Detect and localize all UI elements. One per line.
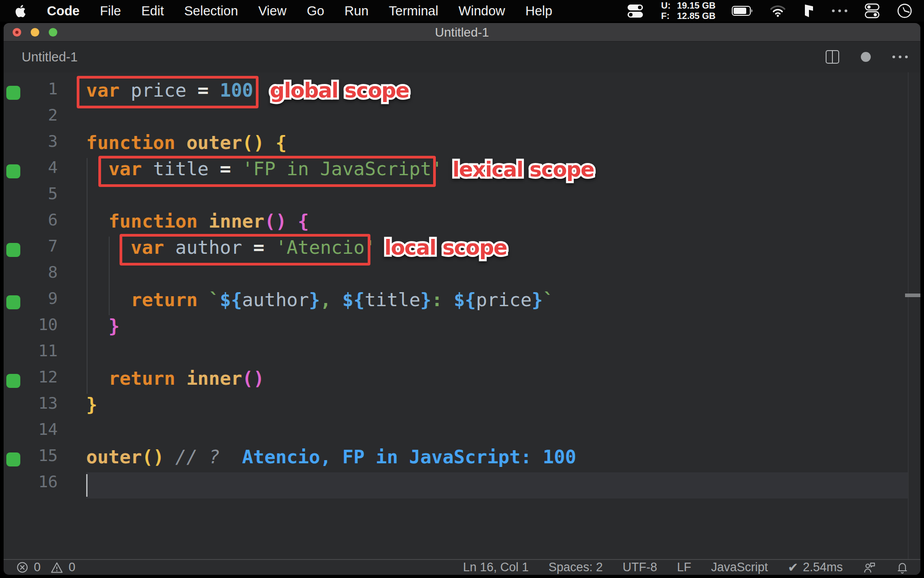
editor-actions xyxy=(826,42,908,72)
code-token: // ? xyxy=(175,446,220,468)
clock-icon[interactable] xyxy=(897,3,912,19)
code-line[interactable]: 9 return `${author}, ${title}: ${price}` xyxy=(4,289,920,315)
code-line[interactable]: 5 xyxy=(4,184,920,210)
menu-item-code[interactable]: Code xyxy=(47,4,80,19)
code-line[interactable]: 6 function inner() { xyxy=(4,210,920,237)
apple-logo-icon[interactable] xyxy=(14,5,27,17)
language-mode[interactable]: JavaScript xyxy=(711,560,768,574)
memory-free-label: F: xyxy=(661,11,670,21)
editor[interactable]: 1var price = 10023function outer() {4 va… xyxy=(4,72,920,559)
code-token xyxy=(86,210,108,232)
code-token: function xyxy=(108,210,197,232)
line-number: 6 xyxy=(4,210,58,237)
code-line[interactable]: 16 xyxy=(4,472,920,499)
menu-item-view[interactable]: View xyxy=(259,4,286,19)
code-line[interactable]: 13} xyxy=(4,394,920,420)
code-token xyxy=(264,132,276,154)
code-token: () xyxy=(242,368,264,389)
code-token: ${ xyxy=(454,289,476,311)
more-actions-icon[interactable] xyxy=(892,56,908,58)
problems-summary[interactable]: 0 0 xyxy=(4,560,75,574)
code-token: , xyxy=(320,289,331,311)
menu-item-go[interactable]: Go xyxy=(307,4,324,19)
line-number: 9 xyxy=(4,289,58,315)
memory-status[interactable]: U: 19.15 GB F: 12.85 GB xyxy=(661,0,716,21)
code-token: () xyxy=(242,132,264,154)
memory-used-value: 19.15 GB xyxy=(677,0,716,11)
code-line[interactable]: 10 } xyxy=(4,315,920,341)
annotation-box-local-scope xyxy=(120,234,370,266)
menu-item-help[interactable]: Help xyxy=(526,4,553,19)
code-token: () xyxy=(142,446,164,468)
line-number: 5 xyxy=(4,184,58,210)
code-token: ` xyxy=(209,289,220,311)
perf-value: 2.54ms xyxy=(803,560,843,574)
code-token: price xyxy=(476,289,531,311)
code-token: author xyxy=(242,289,309,311)
code-token xyxy=(198,210,209,232)
indentation-setting[interactable]: Spaces: 2 xyxy=(549,560,603,574)
menu-item-run[interactable]: Run xyxy=(345,4,369,19)
menu-item-selection[interactable]: Selection xyxy=(184,4,238,19)
code-token xyxy=(86,289,131,311)
code-token xyxy=(443,289,454,311)
code-text: return `${author}, ${title}: ${price}` xyxy=(86,289,554,315)
line-number: 15 xyxy=(4,446,58,472)
code-token: { xyxy=(298,210,309,232)
tab-label[interactable]: Untitled-1 xyxy=(22,42,78,72)
code-line[interactable]: 11 xyxy=(4,341,920,368)
line-number: 16 xyxy=(4,472,58,499)
split-editor-icon[interactable] xyxy=(826,50,839,64)
code-text: function outer() { xyxy=(86,132,286,158)
feedback-icon[interactable] xyxy=(863,561,876,574)
text-cursor xyxy=(86,474,88,497)
menu-item-edit[interactable]: Edit xyxy=(141,4,164,19)
code-token: } xyxy=(531,289,543,311)
code-line[interactable]: 15outer() // ? Atencio, FP in JavaScript… xyxy=(4,446,920,472)
code-token: { xyxy=(276,132,287,154)
switches-icon[interactable] xyxy=(627,3,645,19)
code-line[interactable]: 8 xyxy=(4,263,920,289)
code-text: } xyxy=(86,315,120,341)
line-number: 8 xyxy=(4,263,58,289)
code-line[interactable]: 12 return inner() xyxy=(4,368,920,394)
menu-bar-left: CodeFileEditSelectionViewGoRunTerminalWi… xyxy=(0,4,552,19)
line-number: 10 xyxy=(4,315,58,341)
wifi-icon[interactable] xyxy=(770,5,786,17)
status-bar: 0 0 Ln 16, Col 1 Spaces: 2 UTF-8 LF Java… xyxy=(4,559,920,575)
annotation-box-lexical-scope xyxy=(98,156,436,187)
code-line[interactable]: 2 xyxy=(4,106,920,132)
code-line[interactable]: 3function outer() { xyxy=(4,132,920,158)
code-line[interactable]: 14 xyxy=(4,420,920,446)
menu-item-file[interactable]: File xyxy=(100,4,121,19)
warnings-icon xyxy=(51,562,63,573)
code-text: return inner() xyxy=(86,368,264,394)
code-token xyxy=(220,446,242,468)
line-number: 12 xyxy=(4,368,58,394)
memory-used-label: U: xyxy=(661,0,670,11)
control-center-icon[interactable] xyxy=(864,3,881,19)
code-token xyxy=(331,289,342,311)
code-token xyxy=(198,289,209,311)
cursor-position[interactable]: Ln 16, Col 1 xyxy=(463,560,529,574)
folded-shape-icon[interactable] xyxy=(802,4,816,18)
overview-ruler-marker[interactable] xyxy=(905,294,920,297)
menu-item-window[interactable]: Window xyxy=(458,4,505,19)
check-icon: ✔ xyxy=(788,560,798,575)
menu-bar: CodeFileEditSelectionViewGoRunTerminalWi… xyxy=(0,0,924,22)
encoding-setting[interactable]: UTF-8 xyxy=(623,560,657,574)
menu-item-terminal[interactable]: Terminal xyxy=(389,4,439,19)
bell-icon[interactable] xyxy=(896,561,909,574)
quokka-perf[interactable]: ✔ 2.54ms xyxy=(788,560,843,575)
code-token: } xyxy=(86,394,97,415)
more-dots-icon[interactable] xyxy=(832,9,847,12)
editor-header: Untitled-1 xyxy=(4,42,920,72)
code-token: inner xyxy=(209,210,264,232)
menu-items: CodeFileEditSelectionViewGoRunTerminalWi… xyxy=(47,4,552,19)
unsaved-dot-icon[interactable] xyxy=(861,52,871,62)
eol-setting[interactable]: LF xyxy=(677,560,691,574)
battery-icon[interactable] xyxy=(732,5,753,16)
code-token: } xyxy=(309,289,320,311)
window-titlebar[interactable]: Untitled-1 xyxy=(4,23,920,42)
code-token: ` xyxy=(543,289,554,311)
